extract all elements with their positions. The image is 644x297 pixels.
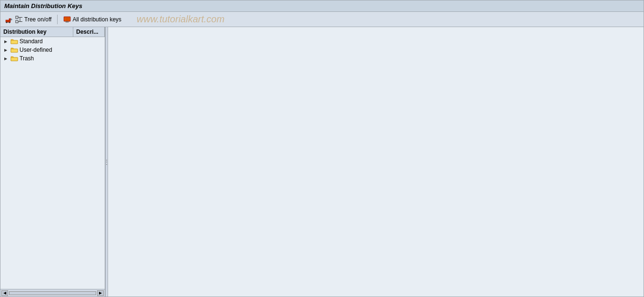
svg-rect-4	[10, 19, 12, 20]
tree-item-trash-label: Trash	[20, 55, 34, 62]
tree-area[interactable]: Standard User-defined	[0, 37, 105, 289]
tree-arrow-trash[interactable]	[2, 55, 9, 62]
list-item[interactable]: Standard	[0, 37, 105, 46]
tree-item-userdefined-label: User-defined	[20, 47, 52, 53]
svg-rect-6	[16, 20, 18, 23]
col-description: Descri...	[73, 27, 105, 37]
toolbar: Tree on/off All distribution keys www.tu…	[0, 12, 644, 27]
window-title: Maintain Distribution Keys	[4, 2, 82, 10]
panel-header: Distribution key Descri...	[0, 27, 105, 37]
main-area: Distribution key Descri... Standard	[0, 27, 644, 297]
col-distribution-key: Distribution key	[0, 27, 73, 37]
scroll-track[interactable]	[9, 291, 96, 295]
folder-icon-userdefined	[10, 47, 18, 53]
watermark: www.tutorialkart.com	[137, 14, 225, 25]
tree-arrow-userdefined[interactable]	[2, 47, 9, 53]
tree-toggle-button[interactable]: Tree on/off	[3, 15, 53, 24]
title-bar: Maintain Distribution Keys	[0, 0, 644, 12]
all-keys-label: All distribution keys	[72, 16, 121, 23]
all-distribution-keys-button[interactable]: All distribution keys	[61, 15, 123, 24]
svg-point-2	[6, 21, 8, 23]
expand-tree-icon	[15, 16, 23, 23]
scroll-right-btn[interactable]: ▶	[97, 290, 104, 296]
list-item[interactable]: Trash	[0, 54, 105, 63]
svg-rect-5	[16, 16, 18, 19]
tree-arrow-standard[interactable]	[2, 38, 9, 45]
svg-point-3	[9, 21, 10, 23]
list-item[interactable]: User-defined	[0, 46, 105, 54]
folder-icon-standard	[10, 38, 18, 45]
tree-item-standard-label: Standard	[20, 38, 43, 45]
left-panel: Distribution key Descri... Standard	[0, 27, 105, 297]
left-panel-scrollbar[interactable]: ◀ ▶	[0, 289, 105, 297]
right-panel	[108, 27, 644, 297]
folder-icon-trash	[10, 55, 18, 62]
all-keys-icon	[63, 16, 71, 23]
main-window: Maintain Distribution Keys Tree on/off	[0, 0, 644, 297]
toolbar-separator	[57, 15, 58, 24]
tree-toggle-label: Tree on/off	[24, 16, 51, 23]
svg-rect-14	[66, 21, 69, 22]
tree-icon	[5, 16, 13, 23]
scroll-left-btn[interactable]: ◀	[1, 290, 8, 296]
